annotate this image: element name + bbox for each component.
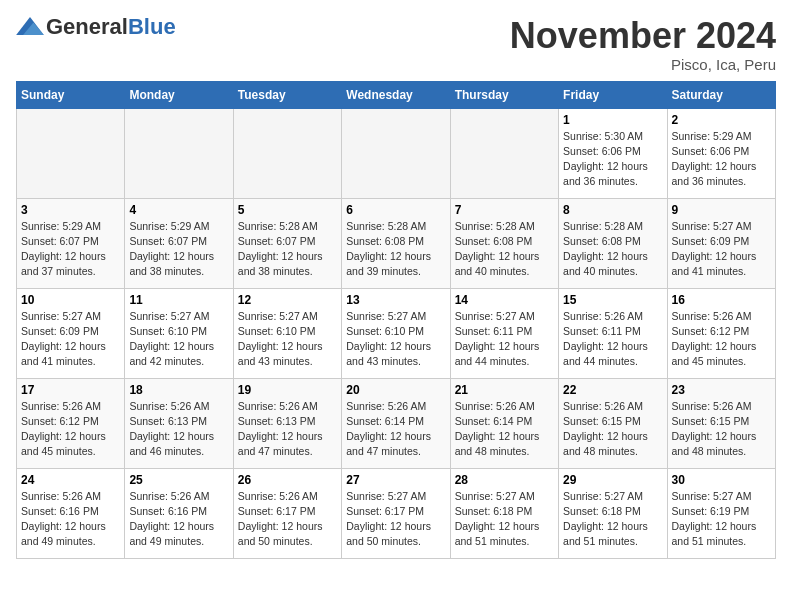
calendar-cell: 22Sunrise: 5:26 AM Sunset: 6:15 PM Dayli…: [559, 378, 667, 468]
calendar-cell: 25Sunrise: 5:26 AM Sunset: 6:16 PM Dayli…: [125, 468, 233, 558]
calendar-cell: 7Sunrise: 5:28 AM Sunset: 6:08 PM Daylig…: [450, 198, 558, 288]
day-number: 2: [672, 113, 771, 127]
calendar-week-row: 17Sunrise: 5:26 AM Sunset: 6:12 PM Dayli…: [17, 378, 776, 468]
calendar-cell: 30Sunrise: 5:27 AM Sunset: 6:19 PM Dayli…: [667, 468, 775, 558]
day-info: Sunrise: 5:26 AM Sunset: 6:13 PM Dayligh…: [238, 399, 337, 460]
logo: GeneralBlue: [16, 16, 176, 38]
day-info: Sunrise: 5:27 AM Sunset: 6:11 PM Dayligh…: [455, 309, 554, 370]
calendar-cell: 10Sunrise: 5:27 AM Sunset: 6:09 PM Dayli…: [17, 288, 125, 378]
day-info: Sunrise: 5:26 AM Sunset: 6:15 PM Dayligh…: [563, 399, 662, 460]
day-number: 25: [129, 473, 228, 487]
day-info: Sunrise: 5:27 AM Sunset: 6:10 PM Dayligh…: [129, 309, 228, 370]
calendar-week-row: 24Sunrise: 5:26 AM Sunset: 6:16 PM Dayli…: [17, 468, 776, 558]
weekday-header: Sunday: [17, 81, 125, 108]
weekday-header: Wednesday: [342, 81, 450, 108]
calendar-cell: 21Sunrise: 5:26 AM Sunset: 6:14 PM Dayli…: [450, 378, 558, 468]
day-info: Sunrise: 5:26 AM Sunset: 6:13 PM Dayligh…: [129, 399, 228, 460]
calendar-week-row: 3Sunrise: 5:29 AM Sunset: 6:07 PM Daylig…: [17, 198, 776, 288]
day-number: 10: [21, 293, 120, 307]
calendar-cell: 6Sunrise: 5:28 AM Sunset: 6:08 PM Daylig…: [342, 198, 450, 288]
day-info: Sunrise: 5:27 AM Sunset: 6:09 PM Dayligh…: [21, 309, 120, 370]
day-number: 26: [238, 473, 337, 487]
calendar-cell: 8Sunrise: 5:28 AM Sunset: 6:08 PM Daylig…: [559, 198, 667, 288]
day-info: Sunrise: 5:27 AM Sunset: 6:18 PM Dayligh…: [563, 489, 662, 550]
day-number: 3: [21, 203, 120, 217]
calendar-cell: 9Sunrise: 5:27 AM Sunset: 6:09 PM Daylig…: [667, 198, 775, 288]
day-info: Sunrise: 5:26 AM Sunset: 6:15 PM Dayligh…: [672, 399, 771, 460]
calendar-cell: 24Sunrise: 5:26 AM Sunset: 6:16 PM Dayli…: [17, 468, 125, 558]
calendar-cell: 20Sunrise: 5:26 AM Sunset: 6:14 PM Dayli…: [342, 378, 450, 468]
day-number: 9: [672, 203, 771, 217]
month-title: November 2024: [510, 16, 776, 56]
day-number: 6: [346, 203, 445, 217]
calendar-cell: 2Sunrise: 5:29 AM Sunset: 6:06 PM Daylig…: [667, 108, 775, 198]
day-number: 18: [129, 383, 228, 397]
day-info: Sunrise: 5:27 AM Sunset: 6:17 PM Dayligh…: [346, 489, 445, 550]
day-number: 21: [455, 383, 554, 397]
day-number: 7: [455, 203, 554, 217]
day-info: Sunrise: 5:28 AM Sunset: 6:08 PM Dayligh…: [455, 219, 554, 280]
calendar-cell: [17, 108, 125, 198]
day-number: 28: [455, 473, 554, 487]
calendar-cell: 26Sunrise: 5:26 AM Sunset: 6:17 PM Dayli…: [233, 468, 341, 558]
day-info: Sunrise: 5:26 AM Sunset: 6:12 PM Dayligh…: [21, 399, 120, 460]
day-number: 27: [346, 473, 445, 487]
day-number: 23: [672, 383, 771, 397]
day-number: 22: [563, 383, 662, 397]
day-info: Sunrise: 5:27 AM Sunset: 6:10 PM Dayligh…: [238, 309, 337, 370]
day-info: Sunrise: 5:27 AM Sunset: 6:09 PM Dayligh…: [672, 219, 771, 280]
day-info: Sunrise: 5:26 AM Sunset: 6:16 PM Dayligh…: [21, 489, 120, 550]
day-info: Sunrise: 5:26 AM Sunset: 6:12 PM Dayligh…: [672, 309, 771, 370]
calendar-cell: 1Sunrise: 5:30 AM Sunset: 6:06 PM Daylig…: [559, 108, 667, 198]
calendar-cell: 15Sunrise: 5:26 AM Sunset: 6:11 PM Dayli…: [559, 288, 667, 378]
day-info: Sunrise: 5:29 AM Sunset: 6:06 PM Dayligh…: [672, 129, 771, 190]
day-number: 30: [672, 473, 771, 487]
weekday-header: Friday: [559, 81, 667, 108]
calendar-cell: 16Sunrise: 5:26 AM Sunset: 6:12 PM Dayli…: [667, 288, 775, 378]
day-number: 19: [238, 383, 337, 397]
weekday-header: Thursday: [450, 81, 558, 108]
day-number: 4: [129, 203, 228, 217]
calendar-cell: 19Sunrise: 5:26 AM Sunset: 6:13 PM Dayli…: [233, 378, 341, 468]
calendar-cell: [450, 108, 558, 198]
day-number: 11: [129, 293, 228, 307]
calendar-cell: 5Sunrise: 5:28 AM Sunset: 6:07 PM Daylig…: [233, 198, 341, 288]
calendar-cell: 13Sunrise: 5:27 AM Sunset: 6:10 PM Dayli…: [342, 288, 450, 378]
weekday-header: Saturday: [667, 81, 775, 108]
day-info: Sunrise: 5:27 AM Sunset: 6:10 PM Dayligh…: [346, 309, 445, 370]
calendar-week-row: 10Sunrise: 5:27 AM Sunset: 6:09 PM Dayli…: [17, 288, 776, 378]
day-number: 1: [563, 113, 662, 127]
day-number: 12: [238, 293, 337, 307]
day-number: 24: [21, 473, 120, 487]
calendar-cell: 17Sunrise: 5:26 AM Sunset: 6:12 PM Dayli…: [17, 378, 125, 468]
day-info: Sunrise: 5:26 AM Sunset: 6:11 PM Dayligh…: [563, 309, 662, 370]
day-info: Sunrise: 5:26 AM Sunset: 6:17 PM Dayligh…: [238, 489, 337, 550]
calendar-table: SundayMondayTuesdayWednesdayThursdayFrid…: [16, 81, 776, 559]
day-info: Sunrise: 5:26 AM Sunset: 6:16 PM Dayligh…: [129, 489, 228, 550]
calendar-cell: 4Sunrise: 5:29 AM Sunset: 6:07 PM Daylig…: [125, 198, 233, 288]
title-area: November 2024 Pisco, Ica, Peru: [510, 16, 776, 73]
calendar-cell: [342, 108, 450, 198]
day-info: Sunrise: 5:26 AM Sunset: 6:14 PM Dayligh…: [455, 399, 554, 460]
day-number: 16: [672, 293, 771, 307]
day-info: Sunrise: 5:28 AM Sunset: 6:08 PM Dayligh…: [563, 219, 662, 280]
page-header: GeneralBlue November 2024 Pisco, Ica, Pe…: [16, 16, 776, 73]
calendar-cell: 14Sunrise: 5:27 AM Sunset: 6:11 PM Dayli…: [450, 288, 558, 378]
calendar-cell: [233, 108, 341, 198]
day-number: 5: [238, 203, 337, 217]
calendar-week-row: 1Sunrise: 5:30 AM Sunset: 6:06 PM Daylig…: [17, 108, 776, 198]
weekday-header: Tuesday: [233, 81, 341, 108]
location: Pisco, Ica, Peru: [510, 56, 776, 73]
calendar-header-row: SundayMondayTuesdayWednesdayThursdayFrid…: [17, 81, 776, 108]
day-number: 20: [346, 383, 445, 397]
day-info: Sunrise: 5:27 AM Sunset: 6:19 PM Dayligh…: [672, 489, 771, 550]
day-number: 13: [346, 293, 445, 307]
day-number: 8: [563, 203, 662, 217]
calendar-cell: 23Sunrise: 5:26 AM Sunset: 6:15 PM Dayli…: [667, 378, 775, 468]
day-number: 15: [563, 293, 662, 307]
day-info: Sunrise: 5:27 AM Sunset: 6:18 PM Dayligh…: [455, 489, 554, 550]
day-info: Sunrise: 5:30 AM Sunset: 6:06 PM Dayligh…: [563, 129, 662, 190]
day-info: Sunrise: 5:29 AM Sunset: 6:07 PM Dayligh…: [129, 219, 228, 280]
logo-icon: [16, 17, 44, 35]
day-info: Sunrise: 5:28 AM Sunset: 6:08 PM Dayligh…: [346, 219, 445, 280]
